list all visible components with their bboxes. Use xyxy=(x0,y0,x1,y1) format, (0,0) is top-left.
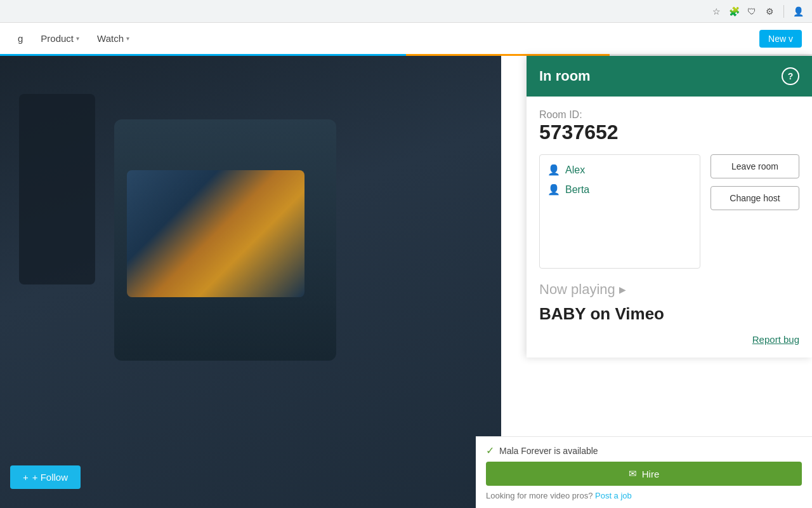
availability-text: Mala Forever is available xyxy=(499,446,598,456)
video-background xyxy=(0,56,501,508)
follow-button[interactable]: + + Follow xyxy=(10,465,81,489)
browser-bar: ☆ 🧩 🛡 ⚙ 👤 xyxy=(0,0,812,23)
new-video-button[interactable]: New v xyxy=(759,30,802,48)
settings-icon[interactable]: ⚙ xyxy=(763,5,776,18)
member-alex-name: Alex xyxy=(565,164,585,176)
watch-chevron-icon: ▾ xyxy=(126,35,129,42)
nav-back[interactable]: g xyxy=(10,28,30,49)
puzzle-icon[interactable]: 🧩 xyxy=(728,5,740,18)
leave-room-button[interactable]: Leave room xyxy=(710,154,799,178)
now-playing-row: Now playing ▶ xyxy=(539,281,799,298)
play-icon: ▶ xyxy=(619,284,626,295)
bottom-bar: ✓ Mala Forever is available ✉ Hire Looki… xyxy=(476,436,812,508)
room-id-value: 5737652 xyxy=(539,121,799,144)
hire-button[interactable]: ✉ Hire xyxy=(486,462,802,486)
member-berta-name: Berta xyxy=(565,184,589,196)
now-playing-title: BABY on Vimeo xyxy=(539,304,799,324)
post-job-link[interactable]: Post a job xyxy=(595,491,632,500)
envelope-icon: ✉ xyxy=(629,468,637,479)
panel-header: In room ? xyxy=(527,56,812,97)
panel-body: Room ID: 5737652 👤 Alex 👤 Berta Leave ro… xyxy=(527,97,812,358)
user-icon[interactable]: 👤 xyxy=(792,5,804,18)
member-alex[interactable]: 👤 Alex xyxy=(545,160,695,180)
in-room-panel: In room ? Room ID: 5737652 👤 Alex 👤 Bert… xyxy=(527,56,812,358)
room-id-label: Room ID: xyxy=(539,109,799,121)
nav-bar: g Product ▾ Watch ▾ New v xyxy=(0,23,812,56)
person-icon-berta: 👤 xyxy=(547,184,560,196)
room-content-row: 👤 Alex 👤 Berta Leave room Change host xyxy=(539,154,799,269)
report-bug-link[interactable]: Report bug xyxy=(539,334,799,345)
post-job-prefix: Looking for more video pros? xyxy=(486,491,593,500)
star-icon[interactable]: ☆ xyxy=(710,5,723,18)
product-chevron-icon: ▾ xyxy=(76,35,79,42)
nav-product-label: Product xyxy=(41,33,74,44)
panel-title: In room xyxy=(539,68,591,84)
nav-back-label: g xyxy=(18,33,23,44)
nav-watch-label: Watch xyxy=(97,33,124,44)
change-host-button[interactable]: Change host xyxy=(710,186,799,210)
hire-label: Hire xyxy=(642,469,660,479)
check-icon: ✓ xyxy=(486,444,494,457)
person-icon-alex: 👤 xyxy=(547,164,560,176)
now-playing-label: Now playing xyxy=(539,281,615,298)
help-icon[interactable]: ? xyxy=(782,67,799,85)
video-overlay xyxy=(0,56,501,508)
room-actions: Leave room Change host xyxy=(710,154,799,269)
availability-row: ✓ Mala Forever is available xyxy=(486,444,802,457)
post-job-row: Looking for more video pros? Post a job xyxy=(486,491,802,500)
shield-icon[interactable]: 🛡 xyxy=(745,5,758,18)
nav-watch[interactable]: Watch ▾ xyxy=(89,28,137,49)
members-list: 👤 Alex 👤 Berta xyxy=(539,154,700,269)
main-area: + + Follow In room ? Room ID: 5737652 👤 … xyxy=(0,56,812,508)
follow-label: + Follow xyxy=(32,472,68,483)
nav-product[interactable]: Product ▾ xyxy=(33,28,87,49)
member-berta[interactable]: 👤 Berta xyxy=(545,180,695,199)
follow-icon: + xyxy=(23,472,29,483)
